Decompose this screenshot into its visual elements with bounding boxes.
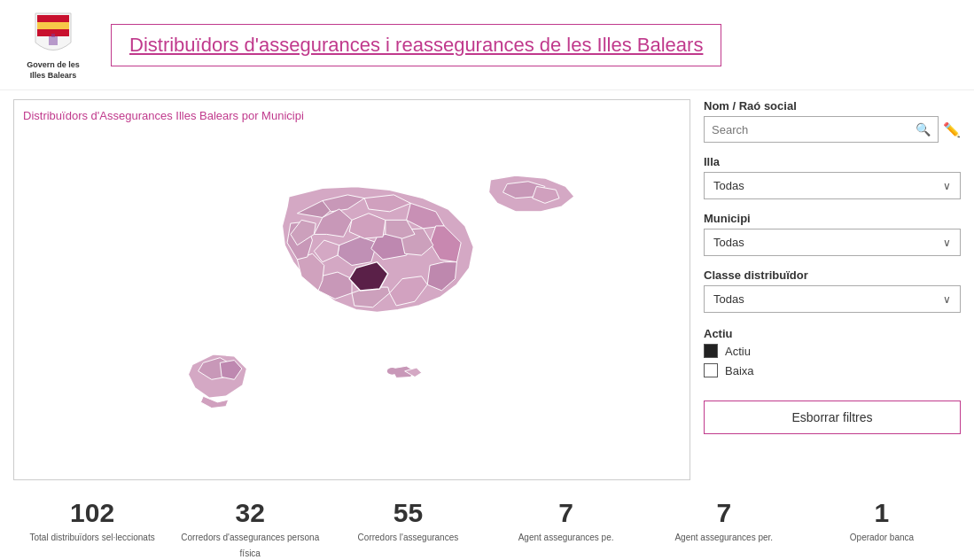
- logo-text: Govern de les Illes Balears: [27, 60, 80, 81]
- stat-label: Corredors d'assegurances persona física: [181, 533, 319, 558]
- classe-section: Classe distribuïdor Todas ∨: [704, 268, 961, 313]
- stat-item: 102 Total distribuïdors sel·leccionats: [13, 498, 171, 544]
- municipi-section: Municipi Todas ∨: [704, 212, 961, 256]
- illa-label: Illa: [704, 155, 961, 168]
- svg-rect-0: [37, 15, 69, 22]
- illa-dropdown[interactable]: Todas ∨: [704, 172, 961, 199]
- stat-label: Agent assegurances pe.: [518, 533, 614, 542]
- clear-search-icon[interactable]: ✏️: [943, 121, 961, 138]
- actiu-checkbox[interactable]: [704, 344, 718, 358]
- stat-number: 102: [13, 498, 171, 528]
- government-logo: [31, 9, 75, 58]
- stat-item: 7 Agent assegurances per.: [645, 498, 803, 544]
- stat-label: Agent assegurances per.: [674, 533, 773, 542]
- search-icon: 🔍: [916, 122, 931, 136]
- stat-number: 7: [645, 498, 803, 528]
- stat-item: 7 Agent assegurances pe.: [487, 498, 645, 544]
- main-layout: Distribuïdors d'Assegurances Illes Balea…: [0, 90, 974, 489]
- stats-row: 102 Total distribuïdors sel·leccionats 3…: [0, 489, 974, 560]
- municipi-label: Municipi: [704, 212, 961, 225]
- illa-value: Todas: [713, 179, 744, 192]
- map-title: Distribuïdors d'Assegurances Illes Balea…: [23, 109, 681, 122]
- stat-number: 55: [329, 498, 487, 528]
- formentera-dot: [387, 368, 397, 375]
- svg-rect-3: [49, 36, 58, 45]
- stat-label: Corredors l'assegurances: [358, 533, 459, 542]
- stat-number: 32: [171, 498, 329, 528]
- stat-label: Total distribuïdors sel·leccionats: [29, 533, 154, 542]
- header: Govern de les Illes Balears Distribuïdor…: [0, 0, 974, 90]
- stat-item: 1 Operador banca: [803, 498, 961, 544]
- nom-section: Nom / Raó social 🔍 ✏️: [704, 99, 961, 143]
- stat-number: 1: [803, 498, 961, 528]
- nom-label: Nom / Raó social: [704, 99, 961, 113]
- chevron-down-icon: ∨: [943, 237, 951, 249]
- search-input-wrapper[interactable]: 🔍: [704, 116, 939, 143]
- baixa-checkbox[interactable]: [704, 363, 718, 377]
- page-title[interactable]: Distribuïdors d'assegurances i reassegur…: [111, 24, 721, 66]
- baixa-item-label: Baixa: [725, 364, 754, 377]
- actiu-section: Actiu Actiu Baixa: [704, 327, 961, 383]
- menorca-island: [488, 175, 574, 212]
- classe-label: Classe distribuïdor: [704, 268, 961, 282]
- mallorca-island: [282, 187, 473, 313]
- classe-dropdown[interactable]: Todas ∨: [704, 285, 961, 313]
- balearic-map: [23, 129, 681, 448]
- baixa-checkbox-item[interactable]: Baixa: [704, 363, 961, 377]
- svg-rect-1: [37, 22, 69, 29]
- actiu-checkbox-item[interactable]: Actiu: [704, 344, 961, 358]
- chevron-down-icon: ∨: [943, 293, 951, 306]
- ibiza-island: [188, 354, 246, 408]
- svg-rect-4: [51, 34, 55, 37]
- map-container: [23, 129, 681, 448]
- classe-value: Todas: [713, 292, 744, 306]
- logo-area: Govern de les Illes Balears: [13, 9, 93, 81]
- search-input[interactable]: [712, 123, 916, 136]
- sidebar: Nom / Raó social 🔍 ✏️ Illa Todas ∨ Munic…: [704, 99, 961, 480]
- stat-number: 7: [487, 498, 645, 528]
- stat-label: Operador banca: [850, 533, 914, 542]
- municipi-dropdown[interactable]: Todas ∨: [704, 229, 961, 256]
- actiu-item-label: Actiu: [725, 345, 751, 358]
- actiu-label: Actiu: [704, 327, 961, 340]
- map-section: Distribuïdors d'Assegurances Illes Balea…: [13, 99, 690, 480]
- illa-section: Illa Todas ∨: [704, 155, 961, 199]
- stat-item: 55 Corredors l'assegurances: [329, 498, 487, 544]
- stat-item: 32 Corredors d'assegurances persona físi…: [171, 498, 329, 560]
- municipi-value: Todas: [713, 236, 744, 249]
- clear-filters-button[interactable]: Esborrar filtres: [704, 401, 961, 434]
- search-row: 🔍 ✏️: [704, 116, 961, 143]
- chevron-down-icon: ∨: [943, 180, 951, 192]
